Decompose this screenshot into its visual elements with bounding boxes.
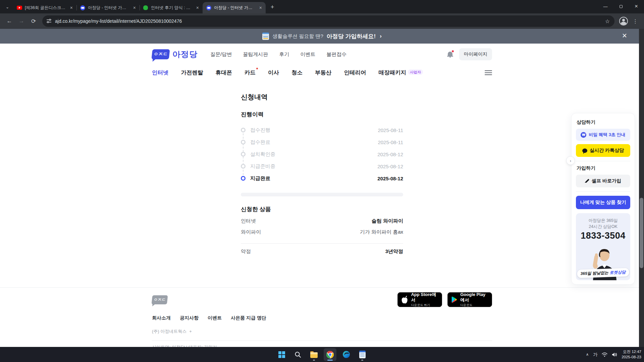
tab-title: [제36회 골든디스크] 헤이즈 - <box>25 5 66 11</box>
banner-close-icon[interactable]: ✕ <box>622 33 627 39</box>
hidden-icons-chevron-icon[interactable]: ∧ <box>586 352 589 357</box>
taskbar-clock[interactable]: 오전 12:47 2025-08-23 <box>622 349 641 360</box>
cat-cleaning[interactable]: 청소 <box>291 69 303 76</box>
reload-icon[interactable]: ⟳ <box>28 16 39 26</box>
app-store-badge[interactable]: App Store에서 다운로드 하기 <box>397 292 442 307</box>
timeline-step: 접수진행 2025-08-11 <box>241 124 403 136</box>
kakao-chat-button[interactable]: 실시간 카톡상담 <box>576 144 630 157</box>
step-circle <box>241 140 246 144</box>
cat-mobile[interactable]: 휴대폰 <box>216 69 232 76</box>
self-signup-button[interactable]: 셀프 바로가입 <box>576 175 630 187</box>
phone-consult-card[interactable]: 아정당은 365일 24시간 상담OK 1833-3504 365일 밤낮없는 … <box>576 213 630 280</box>
bookmark-star-icon[interactable]: ☆ <box>602 18 612 24</box>
cat-internet[interactable]: 인터넷 <box>152 69 169 76</box>
footer-link-gift-list[interactable]: 사은품 지급 명단 <box>231 315 266 321</box>
tab-close-icon[interactable]: × <box>69 5 74 10</box>
new-tab-button[interactable]: + <box>268 2 277 12</box>
footer-company[interactable]: (주) 아정네트웍스+ <box>152 328 492 335</box>
url-text[interactable]: ajd.co.kr/mypage/my-list/detail/internet… <box>55 18 602 24</box>
page-footer: ㅇㅈㄷ App Store에서 다운로드 하기 <box>0 287 644 347</box>
nav-item-event[interactable]: 이벤트 <box>300 51 315 58</box>
notepad-button[interactable] <box>356 348 369 361</box>
browser-toolbar: ← → ⟳ ajd.co.kr/mypage/my-list/detail/in… <box>0 13 644 29</box>
tab-ajd-active[interactable]: 아정당 - 인터넷 가입 사은품 딜 × <box>203 2 266 13</box>
minimize-button[interactable]: — <box>598 0 613 13</box>
cat-store-package[interactable]: 매장패키지사업자 <box>379 69 423 76</box>
progress-timeline: 접수진행 2025-08-11 접수완료 2025-08-11 설치확인중 20… <box>241 124 403 184</box>
tab-title: 아정당 - 인터넷 가입 사은품 딜 <box>214 5 256 11</box>
cat-appliance-rental[interactable]: 가전렌탈 <box>181 69 203 76</box>
back-icon[interactable]: ← <box>4 16 15 26</box>
forward-icon[interactable]: → <box>16 16 27 26</box>
tab-naver-cafe[interactable]: 인터넷 후기 양식 : 네이버 카페 × <box>140 2 203 13</box>
cat-card[interactable]: 카드 <box>245 69 256 76</box>
scrollbar-thumb[interactable] <box>640 198 643 268</box>
product-title: 신청한 상품 <box>241 205 403 213</box>
ajd-logo[interactable]: ㅇㅈㄷ 아정당 <box>152 49 198 60</box>
maximize-button[interactable] <box>613 0 629 13</box>
banner-cta-text: 아정당 가입하세요! <box>327 33 376 40</box>
cat-moving[interactable]: 이사 <box>268 69 279 76</box>
notification-badge <box>452 50 454 52</box>
tab-strip: ⌄ [제36회 골든디스크] 헤이즈 - × 아정당 - 인터넷 가입 사은품 … <box>0 0 644 13</box>
page-scrollbar[interactable] <box>639 29 644 347</box>
promo-line: 24시간 상담OK <box>578 224 628 230</box>
system-tray: ∧ 가 오전 12:47 2025-08-23 <box>586 347 641 362</box>
promo-banner[interactable]: 생활솔루션 필요할 땐? 아정당 가입하세요! › ✕ <box>0 29 644 44</box>
nav-item-review[interactable]: 후기 <box>279 51 289 58</box>
nav-item-complaint[interactable]: 불편접수 <box>326 51 346 58</box>
footer-logo-icon: ㅇㅈㄷ <box>152 295 168 304</box>
top-nav: 질문/답변 꿀팁게시판 후기 이벤트 불편접수 <box>210 51 346 58</box>
chrome-icon <box>326 351 334 359</box>
site-info-icon[interactable] <box>46 18 52 24</box>
tab-close-icon[interactable]: × <box>195 5 200 10</box>
browser-window: ⌄ [제36회 골든디스크] 헤이즈 - × 아정당 - 인터넷 가입 사은품 … <box>0 0 644 362</box>
nav-item-tips[interactable]: 꿀팁게시판 <box>243 51 268 58</box>
search-button[interactable] <box>291 348 304 361</box>
mypage-button[interactable]: 마이페이지 <box>459 48 492 60</box>
tab-close-icon[interactable]: × <box>258 5 263 10</box>
hamburger-menu-icon[interactable] <box>485 70 492 75</box>
tab-ajd-1[interactable]: 아정당 - 인터넷 가입 사은품 딜 × <box>76 2 140 13</box>
wifi-icon[interactable] <box>602 352 607 357</box>
youtube-favicon <box>17 5 22 10</box>
new-dot <box>256 68 258 69</box>
speaker-icon[interactable] <box>612 352 617 357</box>
footer-links: 회사소개 공지사항 이벤트 사은품 지급 명단 <box>152 315 492 321</box>
tab-close-icon[interactable]: × <box>132 5 137 10</box>
ime-korean-indicator[interactable]: 가 <box>593 352 597 358</box>
won-icon: ₩ <box>581 132 586 138</box>
chrome-button[interactable] <box>324 348 336 361</box>
edge-button[interactable] <box>340 348 353 361</box>
ajd-logo-text: 아정당 <box>172 49 198 60</box>
file-explorer-button[interactable] <box>308 348 320 361</box>
start-button[interactable] <box>275 348 288 361</box>
footer-link-company[interactable]: 회사소개 <box>152 315 171 321</box>
clock-time: 오전 12:47 <box>622 349 641 355</box>
cat-interior[interactable]: 인테리어 <box>344 69 366 76</box>
edge-icon <box>342 351 350 358</box>
footer-link-event[interactable]: 이벤트 <box>208 315 222 321</box>
nav-item-qna[interactable]: 질문/답변 <box>210 51 232 58</box>
timeline-step: 지급준비중 2025-08-12 <box>241 160 403 172</box>
row-divider <box>241 243 403 244</box>
profile-avatar-icon[interactable] <box>619 17 628 25</box>
tab-title: 인터넷 후기 양식 : 네이버 카페 <box>151 5 193 11</box>
footer-link-notice[interactable]: 공지사항 <box>180 315 199 321</box>
tab-search-chevron-icon[interactable]: ⌄ <box>3 2 12 12</box>
tab-youtube[interactable]: [제36회 골든디스크] 헤이즈 - × <box>13 2 76 13</box>
panel-collapse-chevron-icon[interactable]: › <box>566 156 575 165</box>
google-play-badge[interactable]: Google Play에서 다운로드 <box>447 292 492 307</box>
secret-benefit-button[interactable]: ₩ 비밀 혜택 3초 안내 <box>576 129 630 141</box>
footer-divider <box>152 341 492 341</box>
find-product-button[interactable]: 나에게 맞는 상품 찾기 <box>576 196 630 209</box>
cat-realestate[interactable]: 부동산 <box>315 69 332 76</box>
notification-bell-icon[interactable] <box>447 51 453 58</box>
history-title: 진행이력 <box>241 111 403 118</box>
address-bar[interactable]: ajd.co.kr/mypage/my-list/detail/internet… <box>42 15 614 27</box>
close-window-button[interactable]: × <box>629 0 644 13</box>
footer-legal-text: 사이트명: 아정당 | 대표자: 김민기 <box>152 344 492 347</box>
window-controls: — × <box>598 0 644 13</box>
browser-menu-icon[interactable]: ⋮ <box>630 18 641 24</box>
expand-plus-icon[interactable]: + <box>189 329 192 334</box>
